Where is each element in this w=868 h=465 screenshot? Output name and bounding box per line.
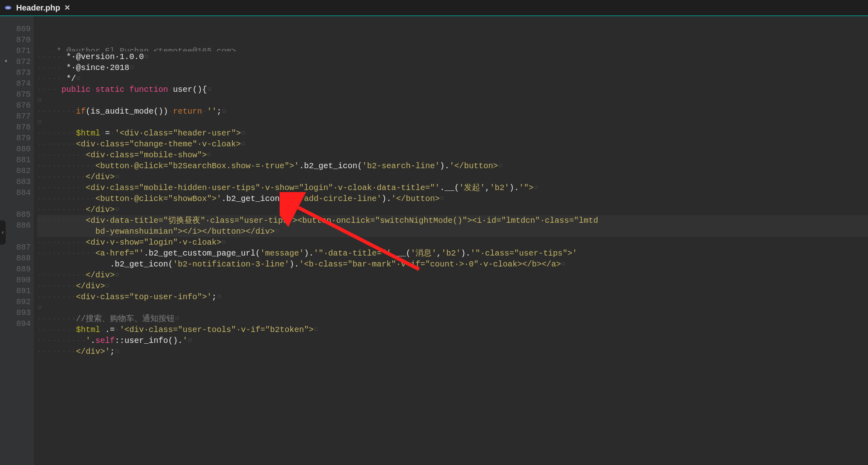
code-editor[interactable]: 869870871872▾873874875876877878879880881… — [0, 16, 868, 465]
code-line[interactable]: ····· *·@since·2018¤ — [37, 62, 868, 73]
line-number: 889 — [6, 264, 31, 275]
code-token: <div·class="change-theme"·v-cloak> — [76, 140, 241, 149]
code-token: ). — [304, 249, 314, 258]
code-token: ·········· — [37, 172, 86, 182]
code-line[interactable]: ···· public·static·function·user(){¤ — [37, 84, 868, 95]
line-number: 890 — [6, 275, 31, 285]
code-token: '<div·class="user-tools"·v-if="b2token"> — [120, 325, 314, 334]
code-token: <div·class="top-user-info">' — [76, 292, 212, 302]
code-token: ········ — [37, 347, 76, 356]
code-line[interactable]: ········<div·class="change-theme"·v-cloa… — [37, 139, 868, 150]
code-token: 'b2-add-circle-line' — [284, 194, 381, 203]
code-token: </div> — [86, 271, 115, 280]
code-token: '"> — [519, 183, 533, 192]
code-token: ·········· — [37, 238, 86, 247]
code-line[interactable]: ··········</div>¤ — [37, 204, 868, 215]
code-line[interactable]: ········$html·.=·'<div·class="user-tools… — [37, 324, 868, 335]
code-token: ········ — [37, 129, 76, 138]
code-token: ·········· — [37, 336, 86, 345]
code-token: '<div·class="header-user"> — [115, 129, 241, 138]
code-token: , — [485, 183, 490, 192]
fold-indicator[interactable]: ▾ — [4, 56, 8, 67]
code-line[interactable]: ········//搜索、购物车、通知按钮¤ — [37, 313, 868, 324]
code-token: </div>' — [76, 347, 110, 356]
code-line[interactable]: ··········<div·class="mobile-show">¤ — [37, 150, 868, 161]
code-token: ¤ — [217, 292, 221, 302]
code-token: ). — [289, 260, 299, 269]
code-line[interactable]: ········</div>¤ — [37, 281, 868, 292]
line-number: 869 — [6, 23, 31, 34]
code-token: <button·@click="b2SearchBox.show·=·true"… — [95, 161, 299, 171]
code-token: return — [173, 107, 202, 116]
code-token: ¤ — [561, 260, 566, 269]
code-line[interactable]: ··········<div·v-show="login"·v-cloak>¤ — [37, 237, 868, 248]
code-line[interactable]: ··········</div>¤ — [37, 171, 868, 182]
tab-close-icon[interactable]: ✕ — [64, 3, 70, 12]
code-token: *·@since·2018 — [66, 63, 129, 72]
editor-tab-active[interactable]: php Header.php ✕ — [0, 0, 76, 15]
code-line[interactable]: ····· */¤ — [37, 73, 868, 84]
code-token: ···· — [37, 85, 61, 94]
code-line[interactable]: ············<button·@click="b2SearchBox.… — [37, 161, 868, 171]
code-line[interactable]: ········</div>';¤ — [37, 346, 868, 357]
line-number: 881 — [6, 154, 31, 165]
left-panel-handle[interactable]: ‹ — [0, 220, 6, 245]
line-number: 871 — [6, 45, 31, 56]
code-token: ·········· — [37, 216, 86, 225]
code-line[interactable]: ········if(is_audit_mode())·return·'';¤ — [37, 106, 868, 117]
code-line[interactable]: ········$html·=·'<div·class="header-user… — [37, 128, 868, 139]
code-token: ¤ — [207, 85, 212, 94]
code-token: '<b·class="bar-mark"·v-if="count·>·0"·v-… — [299, 260, 561, 269]
code-line[interactable]: ········<div·class="top-user-info">';¤ — [37, 292, 868, 302]
code-token: .b2_get_icon( — [299, 161, 362, 171]
code-token: ). — [440, 161, 449, 171]
code-token: <div·class="mobile-show"> — [86, 150, 207, 160]
code-token: ········ — [37, 107, 76, 116]
code-token: . — [91, 336, 95, 345]
code-token: </div> — [86, 205, 115, 214]
code-token: ¤ — [37, 96, 42, 105]
code-line[interactable]: ¤ — [37, 95, 868, 106]
code-token: ¤ — [105, 281, 110, 291]
code-token: .b2_get_icon( — [110, 260, 173, 269]
code-token: function — [129, 85, 168, 94]
code-line[interactable]: ············<button·@click="showBox">'.b… — [37, 193, 868, 204]
line-number: 892 — [6, 296, 31, 307]
code-line[interactable]: ··········'.self::user_info().'¤ — [37, 335, 868, 346]
code-line[interactable]: ····* @author El Ruchan <temotee@165.com… — [37, 46, 868, 51]
code-line[interactable]: ··········</div>¤ — [37, 270, 868, 281]
code-token: ¤ — [241, 129, 246, 138]
line-number: 872▾ — [6, 56, 31, 67]
code-line[interactable]: ··········<div·class="mobile-hidden·user… — [37, 182, 868, 193]
code-line[interactable]: ¤ — [37, 117, 868, 128]
code-token: 'b2-notification-3-line' — [173, 260, 289, 269]
line-number — [6, 18, 31, 23]
code-line[interactable]: ¤ — [37, 302, 868, 313]
code-token: </div> — [76, 281, 105, 291]
code-token: if — [76, 107, 86, 116]
code-token: ¤ — [37, 118, 42, 127]
code-token: ············ — [37, 161, 95, 171]
code-area[interactable]: ····* @author El Ruchan <temotee@165.com… — [34, 16, 868, 465]
code-token: 'message' — [260, 249, 304, 258]
code-token: ····· — [37, 52, 66, 61]
code-token: ; — [217, 107, 221, 116]
code-token: ········ — [37, 314, 76, 323]
code-token: ·········· — [37, 183, 86, 192]
code-line[interactable]: ············<a·href="'.b2_get_custom_pag… — [37, 248, 868, 270]
code-token: ¤ — [207, 150, 212, 160]
code-token: self — [95, 336, 115, 345]
code-token: * @author El Ruchan <temotee@165.com> — [57, 46, 236, 51]
code-token: ········ — [37, 292, 76, 302]
code-token: ········ — [37, 140, 76, 149]
line-number: 883 — [6, 176, 31, 187]
line-number: 880 — [6, 144, 31, 154]
code-token: ¤ — [188, 336, 192, 345]
code-token: '"·data-title="' — [314, 249, 391, 258]
code-token: ¤ — [144, 52, 149, 61]
line-number: 893 — [6, 307, 31, 318]
code-token: '' — [207, 107, 217, 116]
code-line[interactable]: ····· *·@version·1.0.0¤ — [37, 51, 868, 62]
code-token: (is_audit_mode()) — [86, 107, 168, 116]
code-line[interactable]: ··········<div·data-title="切换昼夜"·class="… — [37, 215, 868, 237]
